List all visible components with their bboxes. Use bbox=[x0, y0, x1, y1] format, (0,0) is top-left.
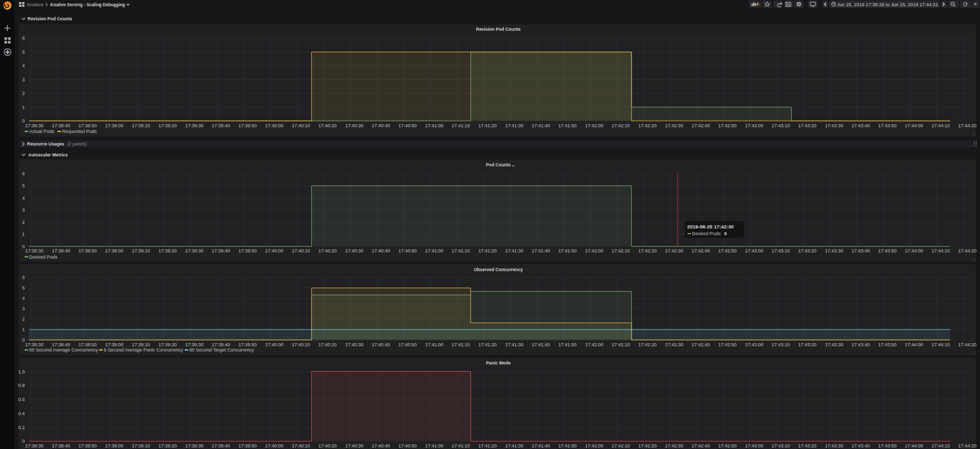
svg-text:17:43:40: 17:43:40 bbox=[852, 443, 870, 448]
svg-text:2: 2 bbox=[22, 91, 25, 96]
svg-text:6: 6 bbox=[22, 275, 25, 280]
svg-text:17:38:30: 17:38:30 bbox=[25, 342, 43, 347]
svg-text:6: 6 bbox=[22, 171, 25, 176]
svg-text:17:43:10: 17:43:10 bbox=[771, 443, 790, 448]
svg-text:17:40:40: 17:40:40 bbox=[372, 342, 390, 347]
svg-text:17:41:20: 17:41:20 bbox=[478, 123, 497, 128]
svg-text:17:41:30: 17:41:30 bbox=[505, 248, 523, 253]
svg-text:17:44:10: 17:44:10 bbox=[931, 248, 950, 253]
svg-text:17:39:30: 17:39:30 bbox=[185, 342, 203, 347]
svg-text:17:40:00: 17:40:00 bbox=[265, 443, 283, 448]
svg-text:17:38:40: 17:38:40 bbox=[52, 248, 70, 253]
svg-text:17:41:20: 17:41:20 bbox=[478, 342, 497, 347]
svg-text:1: 1 bbox=[22, 327, 25, 332]
svg-text:17:41:10: 17:41:10 bbox=[452, 123, 470, 128]
svg-text:17:44:00: 17:44:00 bbox=[905, 248, 923, 253]
svg-text:4: 4 bbox=[22, 63, 25, 68]
svg-text:17:43:20: 17:43:20 bbox=[798, 123, 817, 128]
svg-text:0.6: 0.6 bbox=[18, 397, 25, 402]
svg-text:3: 3 bbox=[22, 306, 25, 311]
svg-text:Observed Concurrency: Observed Concurrency bbox=[474, 267, 523, 272]
svg-text:17:41:00: 17:41:00 bbox=[425, 248, 443, 253]
svg-text:17:41:20: 17:41:20 bbox=[478, 248, 497, 253]
svg-text:17:42:00: 17:42:00 bbox=[585, 123, 603, 128]
svg-text:17:38:50: 17:38:50 bbox=[78, 248, 96, 253]
svg-text:17:42:10: 17:42:10 bbox=[612, 342, 630, 347]
svg-text:17:39:40: 17:39:40 bbox=[212, 248, 230, 253]
svg-text:17:43:30: 17:43:30 bbox=[825, 248, 843, 253]
svg-text:5: 5 bbox=[22, 50, 25, 55]
svg-text:0: 0 bbox=[22, 337, 25, 343]
svg-text:17:40:20: 17:40:20 bbox=[319, 443, 337, 448]
svg-text:17:43:20: 17:43:20 bbox=[798, 443, 817, 448]
svg-text:17:44:20: 17:44:20 bbox=[958, 443, 976, 448]
svg-text:17:43:30: 17:43:30 bbox=[825, 123, 843, 128]
svg-text:17:38:50: 17:38:50 bbox=[78, 443, 96, 448]
svg-text:Autoscaler Metrics: Autoscaler Metrics bbox=[28, 152, 68, 157]
svg-text:0.8: 0.8 bbox=[18, 383, 25, 388]
svg-text:17:42:00: 17:42:00 bbox=[585, 342, 603, 347]
svg-text:17:43:20: 17:43:20 bbox=[798, 342, 817, 347]
svg-text:17:39:00: 17:39:00 bbox=[105, 443, 124, 448]
svg-text:17:42:50: 17:42:50 bbox=[718, 342, 736, 347]
svg-text:4: 4 bbox=[22, 196, 25, 201]
svg-text:17:42:30: 17:42:30 bbox=[665, 123, 683, 128]
svg-text:Resource Usages: Resource Usages bbox=[27, 141, 65, 147]
svg-text:17:44:00: 17:44:00 bbox=[905, 342, 923, 347]
svg-text:17:38:30: 17:38:30 bbox=[25, 123, 43, 128]
svg-text:Revision Pod Counts: Revision Pod Counts bbox=[476, 27, 521, 32]
svg-text:17:43:10: 17:43:10 bbox=[771, 342, 790, 347]
svg-text:17:40:50: 17:40:50 bbox=[398, 443, 417, 448]
svg-text:17:39:10: 17:39:10 bbox=[132, 123, 150, 128]
svg-text:17:43:10: 17:43:10 bbox=[771, 248, 790, 253]
svg-text:17:43:30: 17:43:30 bbox=[825, 342, 843, 347]
svg-text:3: 3 bbox=[22, 77, 25, 82]
svg-text:17:39:20: 17:39:20 bbox=[159, 443, 177, 448]
svg-text:17:40:30: 17:40:30 bbox=[345, 443, 364, 448]
svg-text:0: 0 bbox=[22, 118, 25, 124]
svg-text:17:40:50: 17:40:50 bbox=[398, 248, 417, 253]
svg-text:4: 4 bbox=[22, 296, 25, 301]
svg-text:17:42:40: 17:42:40 bbox=[692, 248, 710, 253]
svg-text:5: 5 bbox=[22, 285, 25, 290]
svg-text:17:39:40: 17:39:40 bbox=[212, 443, 230, 448]
svg-text:60 Second Average Concurrency: 60 Second Average Concurrency bbox=[29, 347, 98, 353]
svg-text:17:39:40: 17:39:40 bbox=[212, 342, 230, 347]
svg-text:17:39:40: 17:39:40 bbox=[212, 123, 230, 128]
svg-text:17:43:50: 17:43:50 bbox=[878, 342, 897, 347]
svg-text:1: 1 bbox=[22, 232, 25, 237]
svg-text:17:39:20: 17:39:20 bbox=[159, 342, 177, 347]
svg-text:17:38:30: 17:38:30 bbox=[25, 248, 43, 253]
svg-text:17:39:30: 17:39:30 bbox=[185, 443, 203, 448]
svg-text:17:42:10: 17:42:10 bbox=[612, 123, 630, 128]
svg-text:2: 2 bbox=[22, 220, 25, 225]
svg-text:17:42:20: 17:42:20 bbox=[638, 248, 657, 253]
svg-text:17:40:10: 17:40:10 bbox=[292, 123, 310, 128]
svg-text:17:41:40: 17:41:40 bbox=[531, 123, 550, 128]
svg-text:17:44:10: 17:44:10 bbox=[931, 443, 950, 448]
svg-text:17:39:30: 17:39:30 bbox=[185, 123, 203, 128]
svg-text:17:41:40: 17:41:40 bbox=[531, 342, 550, 347]
svg-text:17:41:40: 17:41:40 bbox=[531, 248, 550, 253]
svg-text:0.2: 0.2 bbox=[18, 425, 25, 430]
svg-text:17:39:00: 17:39:00 bbox=[105, 123, 124, 128]
svg-text:2: 2 bbox=[22, 317, 25, 322]
svg-text:17:40:40: 17:40:40 bbox=[372, 248, 390, 253]
svg-text:17:39:10: 17:39:10 bbox=[132, 248, 150, 253]
svg-text:17:40:40: 17:40:40 bbox=[372, 443, 390, 448]
svg-text:17:38:40: 17:38:40 bbox=[52, 342, 70, 347]
svg-text:17:38:30: 17:38:30 bbox=[25, 443, 43, 448]
svg-text:17:43:10: 17:43:10 bbox=[771, 123, 790, 128]
svg-text:17:39:50: 17:39:50 bbox=[238, 123, 257, 128]
svg-text:17:39:10: 17:39:10 bbox=[132, 342, 150, 347]
svg-text:17:40:40: 17:40:40 bbox=[372, 123, 390, 128]
svg-text:17:39:30: 17:39:30 bbox=[185, 248, 203, 253]
svg-text:17:39:20: 17:39:20 bbox=[159, 248, 177, 253]
svg-text:17:42:40: 17:42:40 bbox=[692, 342, 710, 347]
svg-text:17:40:30: 17:40:30 bbox=[345, 248, 364, 253]
svg-text:17:40:30: 17:40:30 bbox=[345, 342, 364, 347]
svg-text:17:42:20: 17:42:20 bbox=[638, 342, 657, 347]
svg-text:17:44:20: 17:44:20 bbox=[958, 248, 976, 253]
svg-text:17:43:00: 17:43:00 bbox=[745, 123, 763, 128]
svg-text:17:40:10: 17:40:10 bbox=[292, 342, 310, 347]
